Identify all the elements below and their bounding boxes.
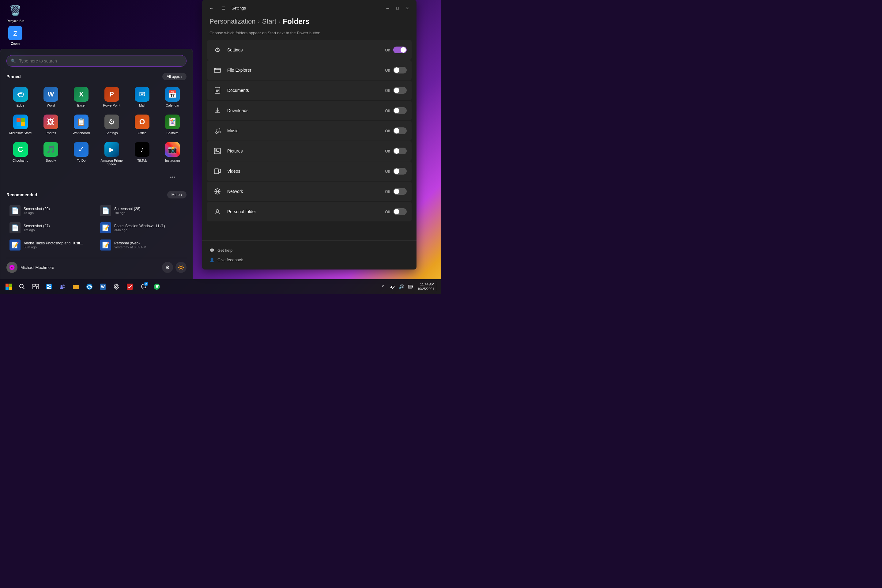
rec-item-personal[interactable]: 📝 Personal (Web) Yesterday at 8:59 PM xyxy=(97,237,186,253)
app-photos[interactable]: 🖼 Photos xyxy=(37,112,64,137)
app-mail[interactable]: ✉ Mail xyxy=(128,84,156,110)
tray-chevron[interactable]: ^ xyxy=(379,282,387,291)
hamburger-button[interactable]: ☰ xyxy=(219,4,228,12)
svg-rect-10 xyxy=(16,122,21,126)
app-primevideo[interactable]: ▶ Amazon Prime Video xyxy=(98,140,126,168)
breadcrumb-start[interactable]: Start xyxy=(262,18,276,26)
rec-item-screenshot27[interactable]: 📄 Screenshot (27) 1m ago xyxy=(6,220,96,236)
app-whiteboard[interactable]: 📋 Whiteboard xyxy=(68,112,95,137)
folder-item-pictures: Pictures Off xyxy=(207,141,412,161)
svg-rect-48 xyxy=(408,286,412,288)
desktop-icon-recycle-bin[interactable]: 🗑️ Recycle Bin xyxy=(3,3,28,22)
svg-point-42 xyxy=(116,286,117,288)
toggle-label-videos: Off xyxy=(385,169,390,174)
app-calendar[interactable]: 📅 Calendar xyxy=(159,84,186,110)
get-help-link[interactable]: 💬 Get help xyxy=(210,246,409,255)
taskbar-todo-button[interactable] xyxy=(124,280,136,293)
all-apps-button[interactable]: All apps › xyxy=(162,73,186,80)
calendar-app-icon: 📅 xyxy=(165,87,180,102)
app-todo[interactable]: ✓ To Do xyxy=(68,140,95,168)
toggle-network[interactable] xyxy=(393,188,407,195)
rec-item-screenshot28[interactable]: 📄 Screenshot (28) 1m ago xyxy=(97,203,186,219)
tray-network[interactable] xyxy=(388,282,397,291)
photos-app-label: Photos xyxy=(46,131,56,135)
app-spotify[interactable]: 🎵 Spotify xyxy=(37,140,64,168)
toggle-downloads[interactable] xyxy=(393,107,407,114)
svg-point-36 xyxy=(63,285,64,286)
app-excel[interactable]: X Excel xyxy=(68,84,95,110)
more-pinned-button[interactable]: ••• xyxy=(169,173,176,181)
rec-name-screenshot28: Screenshot (28) xyxy=(114,207,183,211)
excel-app-icon: X xyxy=(74,87,88,102)
folder-icon-network xyxy=(212,186,223,197)
folder-item-music: Music Off xyxy=(207,121,412,141)
toggle-pictures[interactable] xyxy=(393,148,407,154)
toggle-personal-folder[interactable] xyxy=(393,208,407,215)
toggle-label-downloads: Off xyxy=(385,108,390,113)
toggle-settings[interactable] xyxy=(393,46,407,53)
svg-rect-27 xyxy=(36,284,39,286)
tiktok-app-label: TikTok xyxy=(137,159,147,162)
svg-rect-38 xyxy=(73,285,79,289)
give-feedback-link[interactable]: 👤 Give feedback xyxy=(210,255,409,265)
toggle-file-explorer[interactable] xyxy=(393,67,407,74)
start-button[interactable] xyxy=(3,280,15,293)
toggle-videos[interactable] xyxy=(393,168,407,175)
folder-name-network: Network xyxy=(227,189,385,194)
app-settings[interactable]: ⚙ Settings xyxy=(98,112,126,137)
toggle-label-pictures: Off xyxy=(385,149,390,153)
taskbar-notification-button[interactable]: 2 xyxy=(137,280,150,293)
store-app-label: Microsoft Store xyxy=(9,131,32,135)
rec-icon-screenshot28: 📄 xyxy=(100,205,111,216)
taskbar-edge-button[interactable] xyxy=(83,280,96,293)
taskbar-explorer-button[interactable] xyxy=(70,280,82,293)
more-pinned[interactable]: ••• xyxy=(159,171,186,184)
window-titlebar: ← ☰ Settings ─ □ ✕ xyxy=(202,0,417,15)
app-powerpoint[interactable]: P PowerPoint xyxy=(98,84,126,110)
toggle-music[interactable] xyxy=(393,128,407,134)
app-store[interactable]: Microsoft Store xyxy=(6,112,34,137)
rec-item-adobe[interactable]: 📝 Adobe Takes Photoshop and Illustr... 3… xyxy=(6,237,96,253)
tray-show-desktop[interactable] xyxy=(437,282,438,291)
close-button[interactable]: ✕ xyxy=(403,4,412,12)
toggle-documents[interactable] xyxy=(393,87,407,94)
tiktok-app-icon: ♪ xyxy=(135,142,150,157)
profile-info[interactable]: 😈 Michael Muchmore xyxy=(6,262,54,273)
folder-icon-downloads xyxy=(212,105,223,116)
app-edge[interactable]: Edge xyxy=(6,84,34,110)
pinned-section-header: Pinned All apps › xyxy=(6,73,186,80)
profile-settings-button[interactable]: ⚙ xyxy=(162,262,173,273)
breadcrumb-personalization[interactable]: Personalization xyxy=(210,18,255,26)
app-office[interactable]: O Office xyxy=(128,112,156,137)
rec-item-screenshot29[interactable]: 📄 Screenshot (29) 4s ago xyxy=(6,203,96,219)
toggle-label-documents: Off xyxy=(385,88,390,93)
taskbar-search-button[interactable] xyxy=(16,280,28,293)
taskbar-widgets-button[interactable] xyxy=(43,280,55,293)
app-tiktok[interactable]: ♪ TikTok xyxy=(128,140,156,168)
taskbar-spotify-button[interactable] xyxy=(151,280,163,293)
svg-rect-23 xyxy=(6,287,9,290)
taskbar-clock[interactable]: 11:44 AM 10/25/2021 xyxy=(416,282,435,291)
taskbar-taskview-button[interactable] xyxy=(29,280,42,293)
taskbar-settings-button[interactable] xyxy=(110,280,123,293)
more-button[interactable]: More › xyxy=(167,191,186,198)
app-instagram[interactable]: 📸 Instagram xyxy=(159,140,186,168)
tray-battery[interactable] xyxy=(406,282,415,291)
app-clipchamp[interactable]: C Clipchamp xyxy=(6,140,34,168)
taskbar-teams-button[interactable] xyxy=(56,280,69,293)
desktop-icon-zoom[interactable]: Z Zoom xyxy=(3,26,28,45)
maximize-button[interactable]: □ xyxy=(393,4,402,12)
folder-icon-personal-folder xyxy=(212,206,223,217)
minimize-button[interactable]: ─ xyxy=(383,4,392,12)
app-word[interactable]: W Word xyxy=(37,84,64,110)
taskbar-word-button[interactable]: W xyxy=(97,280,109,293)
tray-sound[interactable]: 🔊 xyxy=(397,282,406,291)
powerpoint-app-icon: P xyxy=(104,87,119,102)
app-solitaire[interactable]: 🃏 Solitaire xyxy=(159,112,186,137)
settings-breadcrumb: Personalization › Start › Folders xyxy=(202,15,417,31)
rec-item-focus-session[interactable]: 📝 Focus Session Windows 11 (1) 36m ago xyxy=(97,220,186,236)
rec-info-personal: Personal (Web) Yesterday at 8:59 PM xyxy=(114,241,183,249)
search-input[interactable] xyxy=(6,55,186,67)
profile-power-button[interactable]: 🔆 xyxy=(176,262,186,273)
back-button[interactable]: ← xyxy=(207,4,216,12)
